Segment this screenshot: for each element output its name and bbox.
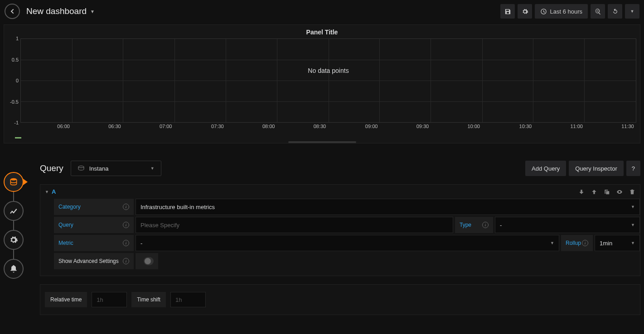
- chevron-down-icon: ▼: [45, 190, 49, 194]
- relative-time-input[interactable]: [92, 292, 127, 307]
- info-icon[interactable]: i: [123, 204, 129, 210]
- sidebar-item-general[interactable]: [4, 230, 24, 250]
- rollup-select[interactable]: 1min ▼: [595, 235, 640, 251]
- settings-button[interactable]: [518, 4, 532, 19]
- query-row: ▼ A Category i Infrastructure built-in m…: [40, 184, 640, 276]
- query-header: Query Instana ▼ Add Query Query Inspecto…: [40, 161, 640, 176]
- time-range-text: Last 6 hours: [550, 8, 582, 15]
- datasource-select[interactable]: Instana ▼: [71, 161, 161, 176]
- chevron-down-icon: ▼: [631, 205, 635, 209]
- info-icon[interactable]: i: [582, 240, 588, 246]
- refresh-interval-button[interactable]: ▼: [625, 4, 639, 19]
- category-label: Category i: [54, 199, 134, 215]
- add-query-button[interactable]: Add Query: [525, 161, 566, 176]
- time-shift-input[interactable]: [170, 292, 206, 307]
- arrow-left-icon: [9, 8, 16, 15]
- chart-area[interactable]: 1 0.5 0 -0.5 -1 No data points 06:00 06:: [4, 38, 640, 134]
- advanced-settings-toggle[interactable]: [144, 257, 154, 265]
- info-icon[interactable]: i: [123, 240, 129, 246]
- info-icon[interactable]: i: [123, 258, 129, 264]
- y-tick: 0.5: [12, 57, 19, 62]
- query-form: Category i Infrastructure built-in metri…: [40, 199, 640, 276]
- y-tick: -0.5: [10, 99, 19, 105]
- x-tick: 11:30: [621, 124, 634, 129]
- header-bar: New dashboard ▼ Last 6 hours ▼: [0, 0, 644, 23]
- eye-icon[interactable]: [616, 189, 623, 195]
- query-row-header[interactable]: ▼ A: [40, 185, 640, 199]
- resize-handle[interactable]: [288, 141, 356, 143]
- bell-icon: [9, 264, 18, 273]
- x-axis: 06:00 06:30 07:00 07:30 08:00 08:30 09:0…: [20, 123, 636, 134]
- x-tick: 08:00: [262, 124, 275, 129]
- x-tick: 09:00: [365, 124, 378, 129]
- metric-label: Metric i: [54, 235, 134, 251]
- query-help-button[interactable]: ?: [626, 161, 640, 176]
- move-up-icon[interactable]: [591, 189, 597, 195]
- query-input[interactable]: [136, 217, 453, 233]
- trash-icon[interactable]: [629, 189, 635, 195]
- chevron-down-icon: ▼: [90, 9, 95, 14]
- advanced-settings-label: Show Advanced Settings i: [54, 253, 134, 269]
- editor-sidebar: [4, 172, 24, 279]
- refresh-button[interactable]: [608, 4, 622, 19]
- query-text-field[interactable]: [140, 222, 448, 229]
- svg-point-0: [10, 178, 16, 181]
- database-icon: [9, 177, 18, 186]
- duplicate-icon[interactable]: [604, 189, 610, 195]
- plot-area: No data points: [20, 38, 636, 123]
- query-inspector-button[interactable]: Query Inspector: [569, 161, 624, 176]
- chevron-down-icon: ▼: [550, 241, 554, 245]
- time-range-button[interactable]: Last 6 hours: [535, 4, 588, 19]
- chart-panel: Panel Title 1 0.5 0 -0.5 -1 No data poin…: [4, 24, 640, 143]
- type-label: Type i: [455, 217, 493, 233]
- zoom-out-icon: [595, 8, 601, 15]
- save-button[interactable]: [500, 4, 515, 19]
- move-down-icon[interactable]: [578, 189, 585, 195]
- gear-icon: [9, 235, 18, 244]
- chart-icon: [9, 206, 18, 215]
- x-tick: 11:00: [570, 124, 583, 129]
- query-section: Query Instana ▼ Add Query Query Inspecto…: [40, 161, 640, 276]
- no-data-message: No data points: [308, 67, 349, 74]
- time-shift-field[interactable]: [171, 292, 205, 307]
- time-shift-label: Time shift: [131, 292, 166, 307]
- dashboard-title[interactable]: New dashboard ▼: [26, 6, 95, 16]
- sidebar-item-queries[interactable]: [4, 172, 24, 192]
- dashboard-title-text: New dashboard: [26, 6, 87, 16]
- x-tick: 06:30: [108, 124, 121, 129]
- clock-icon: [540, 8, 547, 15]
- chevron-down-icon: ▼: [631, 241, 635, 245]
- category-select[interactable]: Infrastructure built-in metrics ▼: [136, 199, 640, 215]
- y-axis: 1 0.5 0 -0.5 -1: [4, 38, 20, 123]
- query-row-label: A: [52, 188, 56, 195]
- chevron-down-icon: ▼: [150, 166, 155, 171]
- datasource-name: Instana: [89, 165, 109, 172]
- info-icon[interactable]: i: [123, 222, 129, 228]
- panel-title: Panel Title: [4, 25, 640, 38]
- sidebar-item-visualization[interactable]: [4, 201, 24, 221]
- y-tick: -1: [14, 120, 19, 125]
- x-tick: 10:30: [519, 124, 532, 129]
- svg-point-1: [78, 166, 84, 168]
- type-select[interactable]: - ▼: [495, 217, 640, 233]
- x-tick: 07:30: [211, 124, 224, 129]
- query-section-title: Query: [40, 163, 63, 173]
- y-tick: 0: [16, 78, 19, 83]
- zoom-out-button[interactable]: [591, 4, 605, 19]
- refresh-icon: [612, 8, 619, 15]
- x-tick: 10:00: [467, 124, 480, 129]
- relative-time-field[interactable]: [92, 292, 126, 307]
- info-icon[interactable]: i: [482, 222, 489, 228]
- save-icon: [504, 8, 511, 15]
- rollup-label: Rollup i: [561, 235, 593, 251]
- datasource-icon: [77, 165, 85, 172]
- gear-icon: [522, 8, 528, 15]
- metric-select[interactable]: - ▼: [136, 235, 559, 251]
- legend-item[interactable]: [15, 137, 21, 138]
- x-tick: 07:00: [160, 124, 172, 129]
- query-label: Query i: [54, 217, 134, 233]
- sidebar-item-alert[interactable]: [4, 259, 24, 279]
- relative-time-label: Relative time: [45, 292, 87, 307]
- back-button[interactable]: [5, 4, 20, 19]
- advanced-toggle-wrap: [136, 253, 158, 269]
